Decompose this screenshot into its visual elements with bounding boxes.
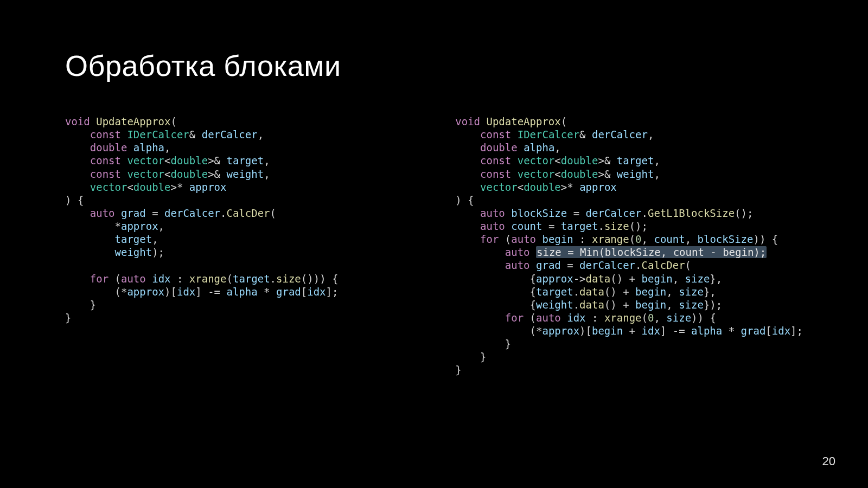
var: begin	[592, 325, 623, 337]
var: blockSize	[698, 233, 754, 245]
var: weight	[536, 299, 573, 311]
colon: :	[573, 233, 592, 245]
code-left: void UpdateApprox( const IDerCalcer& der…	[65, 115, 406, 377]
highlighted-code: size = Min(blockSize, count - begin);	[536, 246, 767, 258]
paren: (	[561, 115, 567, 127]
kw-auto: auto	[505, 259, 530, 271]
tparam: double	[171, 168, 208, 180]
brace: },	[704, 286, 716, 298]
brace: },	[710, 273, 722, 285]
paren: ())) {	[301, 273, 339, 285]
brace: {	[530, 286, 536, 298]
tparam: double	[133, 181, 171, 193]
code-right: void UpdateApprox( const IDerCalcer& der…	[455, 115, 803, 377]
amp: &	[579, 129, 585, 140]
kw-double: double	[480, 142, 518, 153]
kw-for: for	[90, 273, 108, 285]
param: derCalcer	[202, 129, 258, 140]
comma: ,	[654, 312, 666, 324]
var: idx	[152, 273, 170, 285]
tparam: double	[561, 155, 598, 166]
comma: ,	[685, 233, 698, 245]
punct: ] -=	[195, 286, 226, 298]
kw-for: for	[480, 233, 499, 245]
punct: [	[765, 325, 771, 337]
comma: ,	[642, 233, 654, 245]
amp: &	[604, 155, 610, 166]
var: weight	[115, 246, 152, 258]
punct: )[	[579, 325, 592, 337]
var: grad	[276, 286, 301, 298]
dot: .	[573, 299, 579, 311]
type: vector	[480, 181, 518, 193]
method: data	[586, 273, 611, 285]
lt: <	[127, 181, 133, 193]
comma: ,	[264, 155, 270, 166]
paren: (	[171, 115, 177, 127]
method: CalcDer	[642, 259, 685, 271]
var: target	[115, 233, 152, 245]
var: size	[679, 299, 704, 311]
comma: ,	[673, 273, 685, 285]
kw-const: const	[90, 155, 121, 166]
comma: ,	[164, 142, 170, 153]
fn-name: UpdateApprox	[486, 115, 560, 127]
star: *	[115, 220, 121, 232]
star: *	[567, 181, 573, 193]
page-number: 20	[822, 454, 835, 468]
comma: ,	[654, 155, 660, 166]
punct: (*	[115, 286, 127, 298]
eq: =	[561, 259, 579, 271]
code-columns: void UpdateApprox( const IDerCalcer& der…	[65, 115, 803, 377]
brace: }	[90, 299, 96, 311]
eq: =	[542, 220, 560, 232]
kw-const: const	[480, 168, 511, 180]
comma: ,	[158, 220, 164, 232]
kw-auto: auto	[511, 233, 536, 245]
method: size	[604, 220, 629, 232]
paren: (	[499, 233, 511, 245]
comma: ,	[258, 129, 264, 140]
paren: (	[108, 273, 121, 285]
punct: )[	[164, 286, 177, 298]
type: IDerCalcer	[127, 129, 189, 140]
arrow: ->	[573, 273, 586, 285]
lt: <	[554, 168, 560, 180]
num: 0	[648, 312, 654, 324]
comma: ,	[648, 129, 654, 140]
var: idx	[307, 286, 326, 298]
punct: ];	[790, 325, 803, 337]
gt: >	[598, 155, 604, 166]
comma: ,	[654, 168, 660, 180]
punct: *	[722, 325, 741, 337]
kw-auto: auto	[90, 207, 115, 219]
var: idx	[567, 312, 585, 324]
var: approx	[121, 220, 158, 232]
amp: &	[189, 129, 195, 140]
var: count	[654, 233, 685, 245]
obj: derCalcer	[586, 207, 642, 219]
punct: [	[301, 286, 307, 298]
punct: +	[623, 325, 641, 337]
punct: *	[258, 286, 276, 298]
var: alpha	[691, 325, 722, 337]
gt: >	[208, 168, 214, 180]
var: approx	[542, 325, 579, 337]
type: vector	[518, 155, 555, 166]
space	[530, 246, 536, 258]
var: count	[511, 220, 542, 232]
colon: :	[586, 312, 604, 324]
star: *	[177, 181, 183, 193]
paren: (	[524, 312, 536, 324]
param: alpha	[133, 142, 164, 153]
kw-double: double	[90, 142, 127, 153]
code-left-pre: void UpdateApprox( const IDerCalcer& der…	[65, 115, 406, 324]
paren: )) {	[753, 233, 778, 245]
var: begin	[635, 299, 666, 311]
slide-title: Обработка блоками	[65, 49, 803, 82]
gt: >	[208, 155, 214, 166]
var: begin	[635, 286, 666, 298]
obj: target	[233, 273, 270, 285]
kw-auto: auto	[480, 220, 505, 232]
type: IDerCalcer	[518, 129, 579, 140]
